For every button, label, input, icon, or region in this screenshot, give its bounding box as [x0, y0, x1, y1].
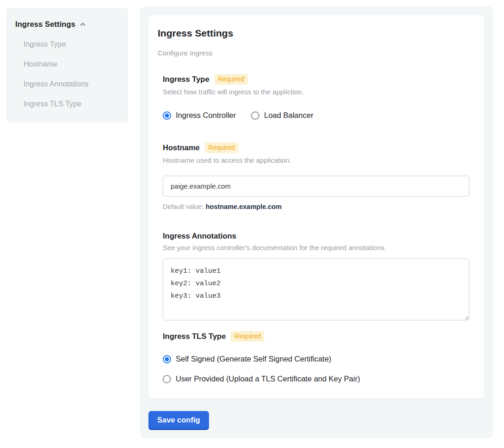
- radio-option-load-balancer[interactable]: Load Balancer: [251, 111, 313, 120]
- hostname-description: Hostname used to access the application.: [163, 156, 475, 164]
- annotations-description: See your ingress controller's documentat…: [163, 244, 475, 252]
- required-badge: Required: [215, 74, 248, 85]
- radio-label[interactable]: User Provided (Upload a TLS Certificate …: [176, 374, 360, 383]
- sidebar-item-ingress-type[interactable]: Ingress Type: [24, 40, 119, 49]
- tls-type-label: Ingress TLS Type: [163, 332, 226, 341]
- section-ingress-annotations: Ingress Annotations See your ingress con…: [163, 232, 475, 320]
- ingress-type-label: Ingress Type: [163, 75, 209, 84]
- radio-option-ingress-controller[interactable]: Ingress Controller: [163, 111, 236, 120]
- radio-icon-selected[interactable]: [163, 355, 171, 363]
- save-config-button[interactable]: Save config: [148, 411, 209, 430]
- required-badge: Required: [205, 142, 239, 153]
- section-hostname: Hostname Required Hostname used to acces…: [163, 142, 475, 210]
- radio-option-self-signed[interactable]: Self Signed (Generate Self Signed Certif…: [163, 355, 475, 363]
- annotations-textarea[interactable]: key1: value1 key2: value2 key3: value3: [163, 258, 469, 320]
- ingress-settings-card: Ingress Settings Configure Ingress Ingre…: [148, 15, 484, 399]
- page-subtitle: Configure Ingress: [158, 49, 475, 57]
- section-ingress-tls-type: Ingress TLS Type Required Self Signed (G…: [163, 331, 475, 383]
- ingress-type-description: Select how traffic will ingress to the a…: [163, 88, 475, 96]
- sidebar-item-hostname[interactable]: Hostname: [24, 60, 119, 68]
- chevron-up-icon: [80, 21, 86, 28]
- section-ingress-type: Ingress Type Required Select how traffic…: [163, 74, 475, 120]
- hostname-default-line: Default value: hostname.example.com: [163, 203, 475, 210]
- settings-panel: Ingress Settings Configure Ingress Ingre…: [140, 6, 493, 438]
- sidebar-section-title: Ingress Settings: [15, 20, 75, 29]
- default-value-prefix: Default value:: [163, 203, 206, 210]
- radio-label[interactable]: Ingress Controller: [176, 111, 236, 120]
- radio-icon-selected[interactable]: [163, 111, 171, 120]
- ingress-type-radio-group: Ingress Controller Load Balancer: [163, 111, 475, 120]
- sidebar-item-ingress-annotations[interactable]: Ingress Annotations: [24, 80, 119, 88]
- sidebar-section-header[interactable]: Ingress Settings: [15, 20, 119, 29]
- annotations-label: Ingress Annotations: [163, 232, 236, 240]
- default-value-text: hostname.example.com: [206, 203, 282, 210]
- radio-option-user-provided[interactable]: User Provided (Upload a TLS Certificate …: [163, 374, 475, 383]
- radio-label[interactable]: Self Signed (Generate Self Signed Certif…: [176, 355, 332, 363]
- settings-sidebar: Ingress Settings Ingress Type Hostname I…: [6, 8, 128, 123]
- tls-type-radio-group: Self Signed (Generate Self Signed Certif…: [163, 355, 475, 383]
- hostname-input[interactable]: [163, 176, 469, 196]
- radio-label[interactable]: Load Balancer: [264, 111, 313, 120]
- sidebar-item-ingress-tls-type[interactable]: Ingress TLS Type: [24, 100, 119, 108]
- required-badge: Required: [231, 331, 264, 342]
- radio-icon-unselected[interactable]: [251, 111, 259, 120]
- hostname-label: Hostname: [163, 143, 200, 152]
- radio-icon-unselected[interactable]: [163, 375, 171, 383]
- page-title: Ingress Settings: [158, 28, 475, 39]
